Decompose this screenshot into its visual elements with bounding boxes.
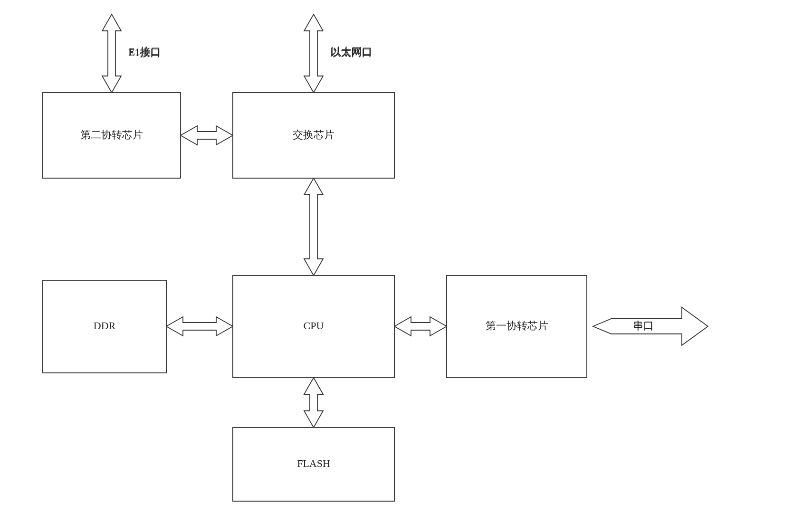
diagram-canvas	[0, 0, 803, 532]
